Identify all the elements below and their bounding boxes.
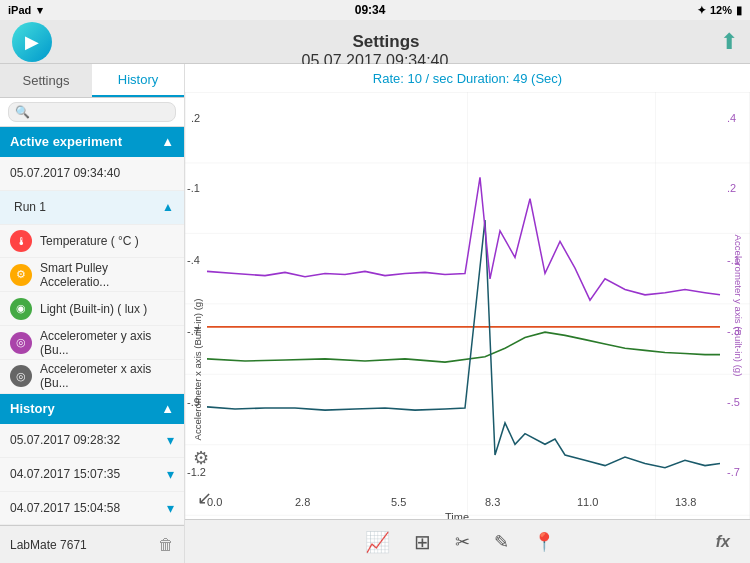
sensor-pulley[interactable]: ⚙ Smart Pulley Acceleratio... [0, 258, 184, 292]
sidebar-bottom: LabMate 7671 🗑 [0, 525, 184, 563]
svg-text:13.8: 13.8 [675, 496, 696, 508]
chart-area: Rate: 10 / sec Duration: 49 (Sec) .2 -.1… [185, 64, 750, 563]
svg-text:-.1: -.1 [187, 182, 200, 194]
light-icon: ◉ [10, 298, 32, 320]
svg-text:11.0: 11.0 [577, 496, 598, 508]
bluetooth-icon: ✦ [697, 4, 706, 17]
sensor-accel-y[interactable]: ◎ Accelerometer y axis (Bu... [0, 326, 184, 360]
sidebar: Settings History Active experiment ▲ 05.… [0, 64, 185, 563]
accel-x-icon: ◎ [10, 365, 32, 387]
history-collapse-icon: ▲ [161, 401, 174, 416]
export-icon[interactable]: ⬆ [720, 29, 738, 55]
active-experiment-timestamp[interactable]: 05.07.2017 09:34:40 [0, 157, 184, 191]
sensor-accel-x[interactable]: ◎ Accelerometer x axis (Bu... [0, 360, 184, 394]
chart-edit-icon[interactable]: ✎ [494, 531, 509, 553]
chart-arrow-icon[interactable]: ↙ [197, 487, 212, 509]
svg-text:.4: .4 [727, 112, 736, 124]
sensor-light[interactable]: ◉ Light (Built-in) ( lux ) [0, 292, 184, 326]
active-experiment-label: Active experiment [10, 134, 122, 149]
tab-row: Settings History [0, 64, 184, 98]
delete-icon[interactable]: 🗑 [158, 536, 174, 554]
tab-settings[interactable]: Settings [0, 64, 92, 97]
pulley-icon: ⚙ [10, 264, 32, 286]
run-item[interactable]: Run 1 ▲ [0, 191, 184, 225]
accel-y-icon: ◎ [10, 332, 32, 354]
history-item-0[interactable]: 05.07.2017 09:28:32 ▾ [0, 424, 184, 458]
svg-text:.2: .2 [727, 182, 736, 194]
carrier-label: iPad [8, 4, 31, 16]
status-bar: iPad ▾ 09:34 ✦ 12% ▮ [0, 0, 750, 20]
svg-text:-.7: -.7 [727, 466, 740, 478]
svg-text:-.4: -.4 [187, 254, 200, 266]
active-experiment-header[interactable]: Active experiment ▲ [0, 127, 184, 157]
header-bar: ▶ Settings 05.07.2017 09:34:40 ⬆ [0, 20, 750, 64]
temperature-icon: 🌡 [10, 230, 32, 252]
chart-header: Rate: 10 / sec Duration: 49 (Sec) [185, 64, 750, 92]
svg-text:-.5: -.5 [727, 396, 740, 408]
history-item-0-chevron: ▾ [167, 432, 174, 448]
battery-label: 12% [710, 4, 732, 16]
svg-text:2.8: 2.8 [295, 496, 310, 508]
svg-rect-1 [185, 92, 750, 519]
chart-scissors-icon[interactable]: ✂ [455, 531, 470, 553]
search-input[interactable] [8, 102, 176, 122]
status-left: iPad ▾ [8, 4, 43, 17]
status-time: 09:34 [355, 3, 386, 17]
history-item-2[interactable]: 04.07.2017 15:04:58 ▾ [0, 492, 184, 526]
battery-icon: ▮ [736, 4, 742, 17]
main-layout: Settings History Active experiment ▲ 05.… [0, 64, 750, 563]
toolbar-icons: 📈 ⊞ ✂ ✎ 📍 [365, 530, 555, 554]
chart-body: .2 -.1 -.4 -.7 -.9 -1.2 .4 .2 -.1 -.3 -.… [185, 92, 750, 519]
svg-text:Accelerometer y axis (Built-in: Accelerometer y axis (Built-in) (g) [733, 235, 743, 377]
chart-table-icon[interactable]: ⊞ [414, 530, 431, 554]
wifi-icon: ▾ [37, 4, 43, 17]
status-right: ✦ 12% ▮ [697, 4, 742, 17]
history-item-1-chevron: ▾ [167, 466, 174, 482]
history-label: History [10, 401, 55, 416]
history-item-2-chevron: ▾ [167, 500, 174, 516]
chart-line-icon[interactable]: 📈 [365, 530, 390, 554]
svg-text:5.5: 5.5 [391, 496, 406, 508]
chart-rate-label: Rate: 10 / sec Duration: 49 (Sec) [373, 71, 562, 86]
chart-svg: .2 -.1 -.4 -.7 -.9 -1.2 .4 .2 -.1 -.3 -.… [185, 92, 750, 519]
search-bar [0, 98, 184, 127]
header-title: Settings [352, 32, 419, 52]
tab-history[interactable]: History [92, 64, 184, 97]
svg-text:.2: .2 [191, 112, 200, 124]
bottom-toolbar: 📈 ⊞ ✂ ✎ 📍 fx [185, 519, 750, 563]
active-experiment-collapse-icon: ▲ [161, 134, 174, 149]
fx-button[interactable]: fx [716, 533, 730, 551]
svg-text:Time: Time [445, 511, 469, 519]
svg-text:Accelerometer x axis (Built-in: Accelerometer x axis (Built-in) (g) [193, 299, 203, 441]
svg-text:8.3: 8.3 [485, 496, 500, 508]
history-item-1[interactable]: 04.07.2017 15:07:35 ▾ [0, 458, 184, 492]
chart-gear-icon[interactable]: ⚙ [193, 447, 209, 469]
chart-pin-icon[interactable]: 📍 [533, 531, 555, 553]
run-collapse-icon: ▲ [162, 200, 174, 214]
device-label: LabMate 7671 [10, 538, 87, 552]
sensor-temperature[interactable]: 🌡 Temperature ( °C ) [0, 225, 184, 259]
play-button[interactable]: ▶ [12, 22, 52, 62]
history-header[interactable]: History ▲ [0, 394, 184, 424]
